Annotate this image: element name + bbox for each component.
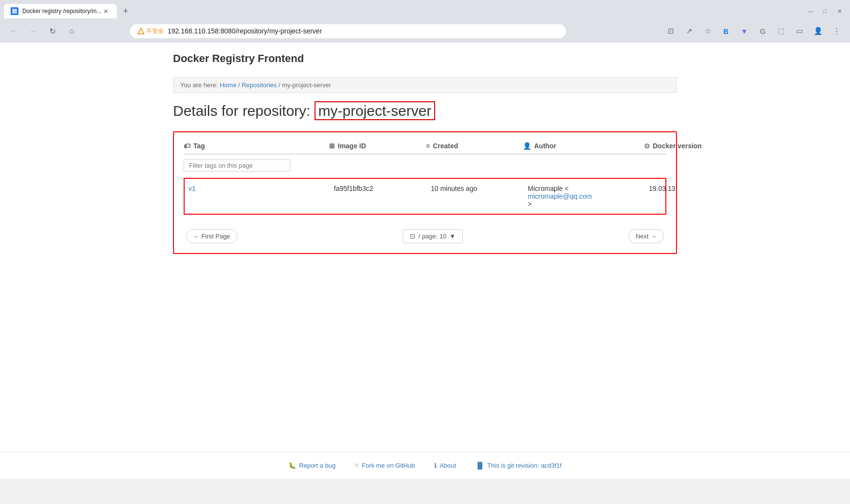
author-name: Micromaple < [528,185,568,192]
security-warning: ! 不安全 [138,27,164,35]
site-title: Docker Registry Frontend [173,52,677,70]
browser-chrome: Docker registry /repository/m... ✕ + — □… [0,0,850,43]
bug-icon: 🐛 [288,462,296,469]
browser-actions: ⊡ ↗ ☆ B ▼ G ⬚ ▭ 👤 ⋮ [663,23,844,39]
next-button[interactable]: Next → [629,229,664,243]
svg-text:!: ! [141,30,142,33]
split-view-button[interactable]: ▭ [792,23,807,39]
per-page-select[interactable]: ⊡ / page: 10 ▼ [403,229,463,243]
tab-favicon [11,7,18,15]
tag-link[interactable]: v1 [189,185,196,192]
repo-details-box: 🏷 Tag ⊞ Image ID ≡ Created 👤 Author ⊙ [173,131,677,254]
tag-icon: 🏷 [184,142,190,150]
author-email[interactable]: micromaple@qq.com [528,192,592,200]
col-header-image-id: ⊞ Image ID [329,142,426,150]
cell-docker-version: 19.03.13 [645,185,742,192]
per-page-label: / page: 10 [418,233,446,240]
url-bar[interactable]: ! 不安全 192.168.110.158:8080/repository/my… [130,24,566,38]
window-controls: — □ ✕ [803,4,846,18]
bookmark-button[interactable]: ☆ [700,23,715,39]
screenshot-button[interactable]: ⊡ [663,23,678,39]
tab-title: Docker registry /repository/m... [22,8,101,15]
author-suffix: > [528,200,532,208]
back-button[interactable]: ← [6,23,21,39]
extension-icon-2[interactable]: ⬚ [773,23,789,39]
page-wrapper: Docker Registry Frontend You are here: H… [0,43,850,479]
footer: 🐛 Report a bug ⑂ Fork me on GitHub ℹ Abo… [0,452,850,479]
bar-icon: ▐▌ [475,462,484,469]
heading-prefix: Details for repository: [173,103,310,119]
page-icon: ⊡ [410,233,415,240]
breadcrumb-home[interactable]: Home [220,81,236,89]
docker-icon: ⊙ [644,142,650,150]
forward-button[interactable]: → [25,23,41,39]
reload-button[interactable]: ↻ [45,23,60,39]
tab-bar: Docker registry /repository/m... ✕ + — □… [0,0,850,19]
fork-icon: ⑂ [355,462,359,469]
col-header-docker-version: ⊙ Docker version [644,142,741,150]
cell-created: 10 minutes ago [427,185,524,192]
cell-tag: v1 [185,185,330,192]
col-header-tag: 🏷 Tag [184,142,329,150]
main-content: Docker Registry Frontend You are here: H… [158,43,692,452]
cell-author: Micromaple < micromaple@qq.com > [524,185,645,208]
ms-edge-icon: B [718,23,734,39]
active-tab[interactable]: Docker registry /repository/m... ✕ [4,4,117,18]
report-bug-link[interactable]: 🐛 Report a bug [288,462,335,469]
table-row: v1 fa95f1bfb3c2 10 minutes ago Micromapl… [184,178,666,215]
info-icon: ℹ [434,462,437,469]
repo-name: my-project-server [315,101,435,120]
col-header-created: ≡ Created [426,142,523,150]
share-button[interactable]: ↗ [681,23,697,39]
calendar-icon: ≡ [426,142,430,150]
table-header: 🏷 Tag ⊞ Image ID ≡ Created 👤 Author ⊙ [184,142,666,155]
breadcrumb: You are here: Home / Repositories / my-p… [173,77,677,93]
about-link[interactable]: ℹ About [434,462,456,469]
home-button[interactable]: ⌂ [64,23,79,39]
new-tab-button[interactable]: + [119,4,132,18]
git-revision: ▐▌ This is git revision: acd3f1f [475,462,562,469]
maximize-button[interactable]: □ [818,4,832,18]
image-icon: ⊞ [329,142,335,150]
per-page-dropdown-icon: ▼ [449,233,456,240]
user-icon: 👤 [523,142,531,150]
fork-github-link[interactable]: ⑂ Fork me on GitHub [355,462,415,469]
address-bar: ← → ↻ ⌂ ! 不安全 192.168.110.158:8080/repos… [0,19,850,43]
extension-icon-1[interactable]: ▼ [737,23,752,39]
col-header-author: 👤 Author [523,142,644,150]
footer-links: 🐛 Report a bug ⑂ Fork me on GitHub ℹ Abo… [0,462,850,469]
first-page-button[interactable]: ← First Page [186,229,237,243]
close-button[interactable]: ✕ [833,4,846,18]
breadcrumb-current: my-project-server [282,81,331,89]
breadcrumb-repositories[interactable]: Repositories [242,81,277,89]
pagination: ← First Page ⊡ / page: 10 ▼ Next → [184,229,666,243]
filter-row [184,157,666,174]
profile-button[interactable]: 👤 [810,23,826,39]
breadcrumb-prefix: You are here: [180,81,218,89]
minimize-button[interactable]: — [803,4,817,18]
menu-button[interactable]: ⋮ [829,23,844,39]
url-text: 192.168.110.158:8080/repository/my-proje… [168,27,322,35]
tab-close-button[interactable]: ✕ [101,7,110,16]
cell-image-id: fa95f1bfb3c2 [330,185,427,192]
page-heading: Details for repository: my-project-serve… [173,103,677,119]
svg-rect-0 [12,9,17,14]
translate-button[interactable]: G [755,23,771,39]
filter-input[interactable] [184,159,290,172]
